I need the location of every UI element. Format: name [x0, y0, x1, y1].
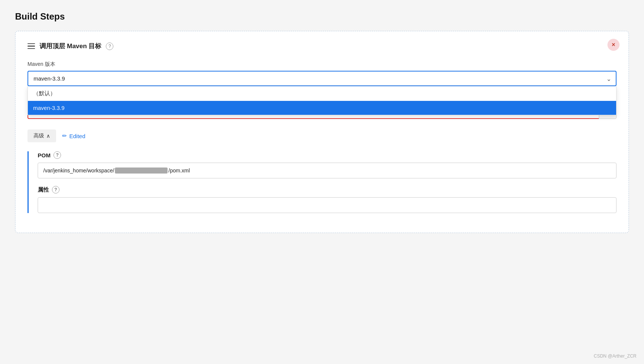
- page-title: Build Steps: [15, 11, 629, 22]
- properties-label-text: 属性: [38, 186, 49, 193]
- card-header: 调用顶层 Maven 目标 ?: [27, 42, 617, 50]
- edited-indicator: ✏ Edited: [62, 133, 85, 139]
- properties-value-field[interactable]: [38, 197, 617, 213]
- dropdown-item-default[interactable]: （默认）: [28, 86, 616, 101]
- advanced-chevron-icon: ∧: [46, 133, 50, 139]
- advanced-button[interactable]: 高级 ∧: [27, 129, 56, 142]
- maven-version-select[interactable]: （默认） maven-3.3.9: [27, 71, 617, 86]
- pom-value-suffix: /pom.xml: [168, 168, 190, 174]
- maven-version-dropdown: （默认） maven-3.3.9: [27, 86, 617, 115]
- edited-text: Edited: [69, 133, 85, 139]
- properties-field-label: 属性 ?: [38, 186, 617, 193]
- pom-field-label: POM ?: [38, 151, 617, 159]
- maven-version-select-wrapper: （默认） maven-3.3.9 ⌄ （默认） maven-3.3.9: [27, 71, 617, 86]
- drag-handle-icon[interactable]: [27, 43, 35, 49]
- pom-value-prefix: /var/jenkins_home/workspace/: [43, 168, 114, 174]
- advanced-label: 高级: [34, 133, 44, 139]
- pom-help-icon[interactable]: ?: [53, 151, 61, 159]
- card-help-icon[interactable]: ?: [106, 43, 113, 50]
- properties-field: 属性 ?: [38, 186, 617, 213]
- close-button[interactable]: ×: [607, 39, 620, 51]
- pom-label-text: POM: [38, 152, 50, 158]
- edit-pencil-icon: ✏: [62, 133, 67, 139]
- properties-help-icon[interactable]: ?: [52, 186, 60, 193]
- dropdown-item-maven339[interactable]: maven-3.3.9: [28, 101, 616, 115]
- advanced-section: POM ? /var/jenkins_home/workspace/ /pom.…: [27, 151, 617, 213]
- build-step-card: 调用顶层 Maven 目标 ? × Maven 版本 （默认） maven-3.…: [15, 31, 629, 233]
- pom-value-field[interactable]: /var/jenkins_home/workspace/ /pom.xml: [38, 163, 617, 178]
- pom-field: POM ? /var/jenkins_home/workspace/ /pom.…: [38, 151, 617, 178]
- maven-version-label: Maven 版本: [27, 61, 617, 68]
- pom-redacted-block: [115, 168, 168, 174]
- card-title: 调用顶层 Maven 目标: [40, 42, 101, 50]
- advanced-bar: 高级 ∧ ✏ Edited: [27, 129, 617, 142]
